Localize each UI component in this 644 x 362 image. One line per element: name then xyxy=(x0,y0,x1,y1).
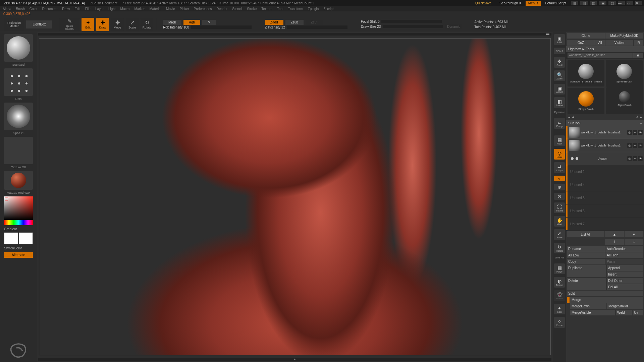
viewport[interactable] xyxy=(39,38,551,355)
subtool-item-3[interactable]: Augen ◐●👁 xyxy=(566,152,644,165)
local-button[interactable]: ◎Local xyxy=(554,149,565,160)
mergevisible-button[interactable]: MergeVisible xyxy=(570,310,615,315)
zoom-button[interactable]: 🔍Zoom xyxy=(554,70,565,81)
pivot-set-icon[interactable]: ⊕ xyxy=(554,184,565,190)
minimize-icon[interactable]: — xyxy=(618,1,625,5)
scale-button[interactable]: ⤢Scale xyxy=(126,18,139,31)
tool-nav-right[interactable]: ► xyxy=(639,115,643,119)
clone-button[interactable]: Clone xyxy=(567,33,605,39)
goz-all-button[interactable]: All xyxy=(595,40,605,46)
tool-nav-left[interactable]: ◄ xyxy=(568,115,571,119)
nav-scale-button[interactable]: ⤢Scale xyxy=(554,229,565,240)
menu-render[interactable]: Render xyxy=(217,7,228,11)
goz-button[interactable]: GoZ xyxy=(567,40,595,46)
defaultscript-button[interactable]: DefaultZScript xyxy=(542,1,569,5)
menu-preferences[interactable]: Preferences xyxy=(194,7,212,11)
aahalf-button[interactable]: ◧AAHalf xyxy=(554,97,565,108)
scroll-button[interactable]: ✥Scroll xyxy=(554,57,565,68)
polyf-button[interactable]: ▦PolyF xyxy=(554,263,565,274)
uv-button[interactable]: Uv xyxy=(633,310,643,315)
merge-section[interactable]: Merge xyxy=(570,297,643,303)
mergedown-button[interactable]: MergeDown xyxy=(570,303,606,309)
menu-layer[interactable]: Layer xyxy=(95,7,104,11)
subtool-item-1[interactable]: workflow_1_details_brushes1 ◐●👁 xyxy=(566,126,644,139)
subtool-header[interactable]: SubTool▸ xyxy=(566,120,644,126)
rename-button[interactable]: Rename xyxy=(567,246,605,252)
nav-move-button[interactable]: ✋Move xyxy=(554,216,565,227)
menu-stencil[interactable]: Stencil xyxy=(232,7,242,11)
xpose-button[interactable]: ✧Xpose xyxy=(554,317,565,328)
append-button[interactable]: Append xyxy=(607,265,643,271)
persp-button[interactable]: ▱Persp xyxy=(554,118,565,129)
stroke-selector[interactable]: Dots xyxy=(4,68,33,96)
tool-thumb-simplebrush[interactable]: SimpleBrush xyxy=(568,88,604,114)
goz-r-button[interactable]: R xyxy=(634,40,643,46)
draw-button[interactable]: ✚Draw xyxy=(96,18,109,31)
solo-button[interactable]: ●Solo xyxy=(554,304,565,314)
zcut-button[interactable]: Zcut xyxy=(306,20,323,25)
maximize-icon[interactable]: ▭ xyxy=(627,1,633,5)
tool-r-button[interactable]: R xyxy=(633,53,643,58)
bpr-button[interactable]: ◉BPR xyxy=(554,34,565,45)
close-icon[interactable]: ✕ xyxy=(635,1,642,5)
draw-size-slider[interactable]: Draw Size 23 xyxy=(361,25,381,28)
tool-thumb-current[interactable]: workflow_1_details_brushe xyxy=(568,60,604,86)
menus-button[interactable]: Menus xyxy=(526,1,541,6)
menu-color[interactable]: Color xyxy=(30,7,38,11)
lightbox-tools-button[interactable]: Lightbox ► Tools xyxy=(566,46,644,52)
menu-zscript[interactable]: Zscript xyxy=(323,7,333,11)
zadd-button[interactable]: Zadd xyxy=(265,20,283,25)
split-section[interactable]: Split xyxy=(567,291,643,296)
layout-icon-1[interactable]: ▦ xyxy=(571,1,578,5)
del-all-button[interactable]: Del All xyxy=(607,284,643,290)
move-bot-icon[interactable]: ⤓ xyxy=(625,239,643,245)
texture-selector[interactable]: Texture Off xyxy=(4,137,33,164)
menu-transform[interactable]: Transform xyxy=(288,7,303,11)
m-button[interactable]: M xyxy=(202,20,216,25)
delete-button[interactable]: Delete xyxy=(567,278,606,290)
zsub-button[interactable]: Zsub xyxy=(285,20,304,25)
ghost-button[interactable]: 👻Ghost xyxy=(554,290,565,301)
edit-button[interactable]: ✦Edit xyxy=(82,18,94,31)
weld-button[interactable]: Weld xyxy=(616,310,632,315)
xyz-button[interactable]: Xyz xyxy=(554,176,565,181)
eye-icon[interactable]: 👁 xyxy=(638,130,643,135)
list-all-button[interactable]: List All xyxy=(567,231,604,237)
tool-thumb-alphabrush[interactable]: AlphaBrush xyxy=(606,86,643,112)
menu-brush[interactable]: Brush xyxy=(16,7,25,11)
all-low-button[interactable]: All Low xyxy=(567,252,605,258)
color-picker[interactable] xyxy=(4,196,33,225)
menu-picker[interactable]: Picker xyxy=(180,7,189,11)
goz-visible-button[interactable]: Visible xyxy=(605,40,633,46)
alternate-button[interactable]: Alternate xyxy=(4,252,33,258)
floor-button[interactable]: ▦Floor xyxy=(554,135,565,146)
copy-button[interactable]: Copy xyxy=(567,259,605,264)
menu-light[interactable]: Light xyxy=(108,7,116,11)
spix-slider[interactable]: SPix 3 xyxy=(554,48,565,54)
all-high-button[interactable]: All High xyxy=(605,252,643,258)
see-through-slider[interactable]: See-through 0 xyxy=(496,1,524,5)
actual-button[interactable]: ▣Actual xyxy=(554,84,565,95)
menu-stroke[interactable]: Stroke xyxy=(247,7,257,11)
layout-icon-2[interactable]: ▤ xyxy=(580,1,588,5)
material-selector[interactable]: MatCap Red Wax xyxy=(4,171,33,190)
current-tool-name[interactable]: workflow_1_details_brushe xyxy=(568,53,633,58)
layout-icon-4[interactable]: ▣ xyxy=(599,1,606,5)
mrgb-button[interactable]: Mrgb xyxy=(163,20,181,25)
quick-sketch-button[interactable]: ✎Quick Sketch xyxy=(59,18,79,31)
tool-thumb-spherebrush[interactable]: SphereBrush xyxy=(606,60,643,86)
menu-file[interactable]: File xyxy=(85,7,91,11)
nav-rotate-button[interactable]: ↻Rotate xyxy=(554,243,565,253)
alpha-selector[interactable]: Alpha 29 xyxy=(4,103,33,130)
menu-marker[interactable]: Marker xyxy=(134,7,145,11)
move-top-icon[interactable]: ⤒ xyxy=(605,239,624,245)
del-other-button[interactable]: Del Other xyxy=(607,278,643,284)
dynamic-toggle[interactable]: Dynamic xyxy=(445,24,462,29)
frame-button[interactable]: ⛶Frame xyxy=(554,202,565,213)
color-swatches[interactable] xyxy=(4,232,33,244)
rgb-intensity-slider[interactable]: Rgb Intensity 100 xyxy=(163,25,189,29)
menu-tool[interactable]: Tool xyxy=(277,7,283,11)
make-polymesh-button[interactable]: Make PolyMesh3D xyxy=(605,33,643,39)
move-up-icon[interactable]: ▲ xyxy=(605,231,624,237)
gradient-toggle[interactable]: Gradient xyxy=(4,227,33,231)
